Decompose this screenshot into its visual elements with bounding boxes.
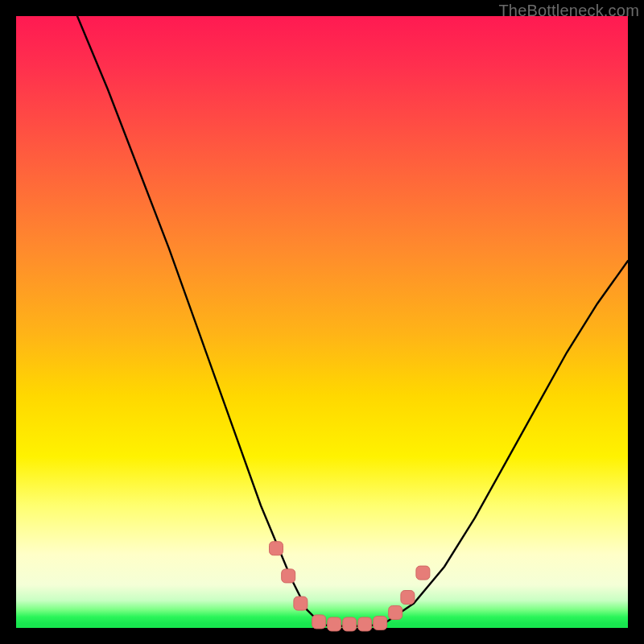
bottleneck-curve: [77, 16, 628, 626]
curve-marker: [294, 597, 308, 610]
curve-marker: [343, 617, 357, 631]
curve-marker: [374, 616, 387, 630]
curve-marker: [270, 542, 283, 555]
curve-marker: [389, 606, 402, 620]
marker-group: [270, 542, 430, 631]
curve-marker: [312, 615, 326, 629]
chart-svg: [16, 16, 628, 628]
curve-group: [77, 16, 628, 626]
curve-marker: [282, 569, 295, 583]
curve-marker: [328, 617, 341, 631]
curve-marker: [358, 617, 372, 631]
curve-marker: [401, 591, 415, 605]
curve-marker: [416, 566, 430, 580]
